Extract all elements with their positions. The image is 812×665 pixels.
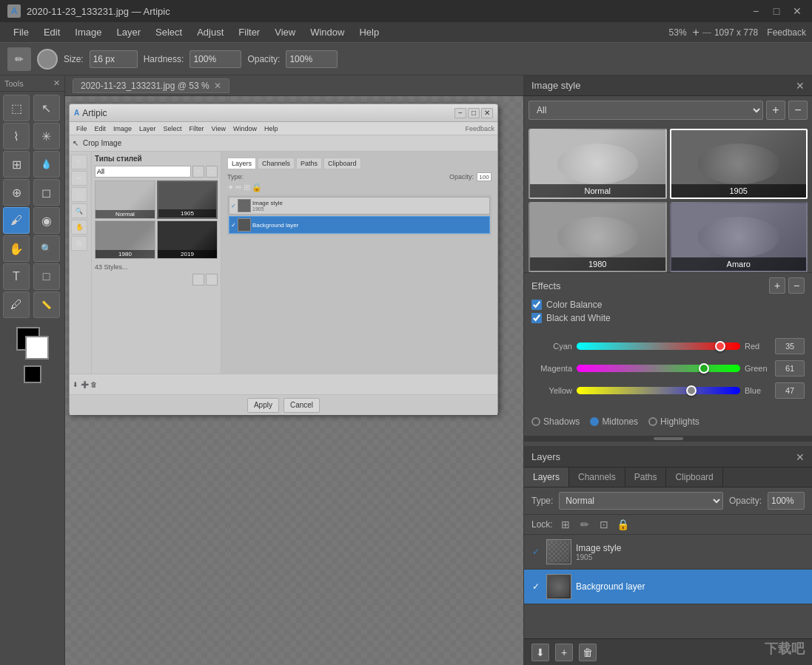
sub-menu-layer[interactable]: Layer: [135, 125, 160, 132]
magenta-green-track[interactable]: [577, 365, 740, 372]
image-style-close-button[interactable]: ✕: [796, 80, 805, 92]
layer-item-background[interactable]: ✓ Background layer: [524, 570, 812, 604]
menu-edit[interactable]: Edit: [36, 24, 67, 41]
yellow-blue-track[interactable]: [577, 387, 740, 394]
sub-menu-help[interactable]: Help: [261, 125, 282, 132]
menu-window[interactable]: Window: [303, 24, 352, 41]
sub-menu-edit[interactable]: Edit: [91, 125, 110, 132]
yellow-blue-value[interactable]: [775, 382, 805, 399]
effects-add-button[interactable]: +: [769, 277, 785, 294]
sub-tool-zoom[interactable]: 🔍: [71, 203, 87, 218]
lock-paint-icon[interactable]: ✏: [578, 518, 591, 531]
menu-filter[interactable]: Filter: [231, 24, 267, 41]
layer-new-layer-button[interactable]: +: [555, 644, 573, 661]
sub-filter-add[interactable]: +: [192, 166, 204, 178]
sub-tab-layers[interactable]: Layers: [227, 158, 256, 169]
magic-wand-tool[interactable]: ✳: [33, 123, 60, 149]
menu-layer[interactable]: Layer: [110, 24, 149, 41]
sub-next-btn[interactable]: →: [206, 274, 218, 286]
menu-select[interactable]: Select: [148, 24, 189, 41]
effect-black-white-checkbox[interactable]: [531, 313, 542, 323]
tab-paths[interactable]: Paths: [625, 467, 667, 487]
select-rect-tool[interactable]: ⬚: [3, 95, 30, 121]
magenta-green-value[interactable]: [775, 360, 805, 377]
measure-tool[interactable]: 📏: [33, 291, 60, 318]
style-thumb-normal[interactable]: Normal: [529, 129, 667, 199]
eraser-tool-icon[interactable]: ✏: [7, 47, 31, 71]
sub-style-1905[interactable]: 1905: [157, 180, 218, 219]
cyan-red-thumb[interactable]: [715, 341, 725, 351]
canvas-tab-close[interactable]: ✕: [214, 81, 221, 91]
tools-close-icon[interactable]: ✕: [53, 78, 60, 88]
tab-layers[interactable]: Layers: [524, 467, 569, 487]
maximize-button[interactable]: □: [769, 4, 784, 18]
sub-maximize-button[interactable]: □: [468, 108, 480, 118]
sub-cancel-button[interactable]: Cancel: [283, 398, 320, 413]
menu-image[interactable]: Image: [67, 24, 109, 41]
sub-minimize-button[interactable]: −: [454, 108, 466, 118]
menu-view[interactable]: View: [267, 24, 303, 41]
foreground-color[interactable]: [37, 49, 58, 70]
cyan-red-value[interactable]: [775, 338, 805, 354]
size-input[interactable]: [90, 50, 138, 68]
sub-apply-button[interactable]: Apply: [247, 398, 279, 413]
canvas-content[interactable]: A Artipic − □ ✕ File Edit Image Layer Se…: [65, 96, 523, 665]
layer-delete-button[interactable]: 🗑: [579, 644, 597, 661]
panel-resize-handle[interactable]: [524, 436, 812, 442]
layer-visibility-background[interactable]: ✓: [530, 581, 542, 593]
sub-tab-channels[interactable]: Channels: [258, 158, 295, 169]
tab-channels[interactable]: Channels: [569, 467, 625, 487]
midtones-option[interactable]: Midtones: [590, 416, 638, 427]
style-filter-dropdown[interactable]: All: [529, 101, 763, 120]
style-remove-button[interactable]: −: [788, 101, 808, 120]
style-add-button[interactable]: +: [766, 101, 785, 120]
layer-visibility-image-style[interactable]: ✓: [530, 546, 542, 558]
highlights-radio[interactable]: [648, 417, 657, 426]
sub-style-2019[interactable]: 2019: [157, 220, 218, 259]
menu-file[interactable]: File: [6, 24, 36, 41]
sub-menu-view[interactable]: View: [208, 125, 229, 132]
sub-style-1980[interactable]: 1980: [95, 220, 155, 259]
sub-menu-image[interactable]: Image: [110, 125, 135, 132]
minimize-button[interactable]: −: [748, 4, 763, 18]
blur-tool[interactable]: ◉: [33, 207, 60, 234]
sub-filter-remove[interactable]: −: [206, 166, 218, 178]
transform-tool[interactable]: ⊕: [3, 179, 30, 206]
sub-prev-btn[interactable]: ←: [192, 274, 204, 286]
status-add[interactable]: +: [693, 26, 699, 39]
sub-menu-filter[interactable]: Filter: [186, 125, 208, 132]
close-button[interactable]: ✕: [790, 4, 805, 18]
highlights-option[interactable]: Highlights: [648, 416, 699, 427]
effects-remove-button[interactable]: −: [788, 277, 805, 294]
hand-tool[interactable]: ✋: [3, 235, 30, 262]
sub-tab-paths[interactable]: Paths: [296, 158, 322, 169]
layers-panel-close-button[interactable]: ✕: [796, 451, 805, 463]
dropper-tool[interactable]: 💧: [33, 151, 60, 178]
layer-type-dropdown[interactable]: Normal: [559, 492, 723, 510]
style-thumb-amaro[interactable]: Amaro: [670, 202, 808, 272]
sub-menu-file[interactable]: File: [73, 125, 91, 132]
hardness-input[interactable]: [189, 50, 241, 68]
cyan-red-track[interactable]: [577, 342, 740, 350]
magenta-green-thumb[interactable]: [699, 363, 709, 374]
shadows-option[interactable]: Shadows: [531, 416, 580, 427]
sub-tool-move[interactable]: ✋: [71, 220, 87, 234]
sub-tool-paint[interactable]: ✏: [71, 171, 87, 186]
sub-layer-1[interactable]: ✓ Image style 1905: [229, 197, 490, 215]
rect-shape-tool[interactable]: □: [33, 263, 60, 290]
zoom-tool[interactable]: 🔍: [33, 235, 60, 262]
text-tool[interactable]: T: [3, 263, 30, 290]
style-thumb-1905[interactable]: 1905: [670, 129, 808, 199]
yellow-blue-thumb[interactable]: [686, 385, 697, 396]
layer-item-image-style[interactable]: ✓ Image style 1905: [524, 535, 812, 570]
opacity-input[interactable]: [286, 50, 338, 68]
menu-adjust[interactable]: Adjust: [189, 24, 231, 41]
sub-layer-2[interactable]: ✓ Background layer: [229, 216, 490, 234]
lock-all-icon[interactable]: 🔒: [617, 518, 630, 531]
layer-new-group-button[interactable]: ⬇: [531, 644, 549, 661]
select-move-tool[interactable]: ↖: [33, 95, 60, 121]
layer-opacity-input[interactable]: [768, 492, 805, 510]
lasso-tool[interactable]: ⌇: [3, 123, 30, 149]
shadows-radio[interactable]: [531, 417, 540, 426]
sub-close-button[interactable]: ✕: [481, 108, 493, 118]
